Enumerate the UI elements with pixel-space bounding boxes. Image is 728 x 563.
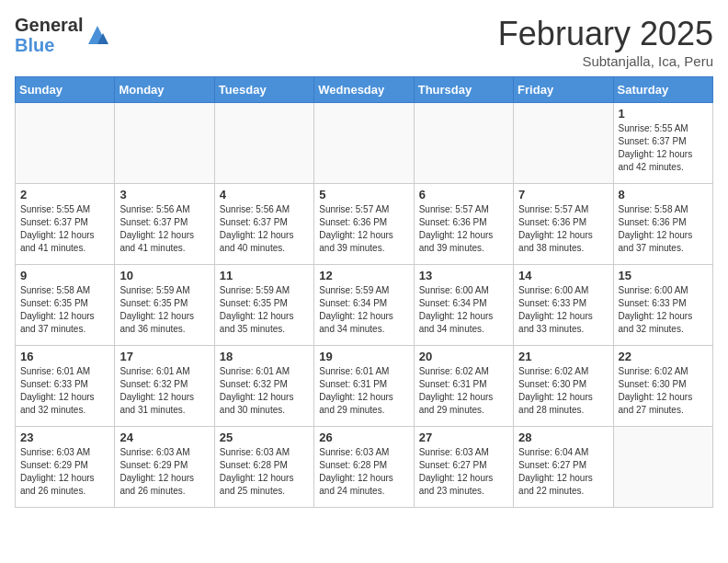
calendar-cell (514, 103, 613, 184)
calendar-week-row: 9Sunrise: 5:58 AM Sunset: 6:35 PM Daylig… (16, 265, 713, 346)
day-info: Sunrise: 6:03 AM Sunset: 6:29 PM Dayligh… (119, 446, 209, 498)
day-number: 10 (119, 269, 209, 282)
calendar-week-row: 23Sunrise: 6:03 AM Sunset: 6:29 PM Dayli… (16, 427, 713, 508)
calendar-cell: 25Sunrise: 6:03 AM Sunset: 6:28 PM Dayli… (214, 427, 313, 508)
day-number: 4 (220, 188, 309, 201)
day-number: 24 (119, 431, 209, 444)
day-number: 3 (119, 188, 209, 201)
day-number: 9 (20, 269, 109, 282)
day-info: Sunrise: 6:01 AM Sunset: 6:32 PM Dayligh… (220, 365, 309, 417)
day-number: 13 (419, 269, 508, 282)
day-info: Sunrise: 6:00 AM Sunset: 6:33 PM Dayligh… (619, 284, 708, 336)
calendar-cell: 26Sunrise: 6:03 AM Sunset: 6:28 PM Dayli… (314, 427, 414, 508)
calendar-cell: 11Sunrise: 5:59 AM Sunset: 6:35 PM Dayli… (214, 265, 313, 346)
day-info: Sunrise: 6:02 AM Sunset: 6:31 PM Dayligh… (419, 365, 508, 417)
calendar-cell: 6Sunrise: 5:57 AM Sunset: 6:36 PM Daylig… (414, 184, 513, 265)
calendar-cell: 17Sunrise: 6:01 AM Sunset: 6:32 PM Dayli… (115, 346, 214, 427)
day-info: Sunrise: 5:57 AM Sunset: 6:36 PM Dayligh… (419, 203, 508, 255)
day-info: Sunrise: 5:57 AM Sunset: 6:36 PM Dayligh… (319, 203, 408, 255)
day-number: 7 (518, 188, 608, 201)
day-info: Sunrise: 5:59 AM Sunset: 6:34 PM Dayligh… (319, 284, 408, 336)
day-number: 12 (319, 269, 408, 282)
calendar-cell: 28Sunrise: 6:04 AM Sunset: 6:27 PM Dayli… (514, 427, 613, 508)
calendar-cell: 4Sunrise: 5:56 AM Sunset: 6:37 PM Daylig… (214, 184, 313, 265)
day-info: Sunrise: 5:58 AM Sunset: 6:35 PM Dayligh… (20, 284, 109, 336)
calendar-week-row: 16Sunrise: 6:01 AM Sunset: 6:33 PM Dayli… (16, 346, 713, 427)
page-header: General Blue February 2025 Subtanjalla, … (15, 15, 713, 69)
day-info: Sunrise: 6:03 AM Sunset: 6:28 PM Dayligh… (220, 446, 309, 498)
calendar-cell (115, 103, 214, 184)
logo-icon (85, 22, 110, 48)
calendar-cell: 22Sunrise: 6:02 AM Sunset: 6:30 PM Dayli… (613, 346, 712, 427)
calendar-week-row: 1Sunrise: 5:55 AM Sunset: 6:37 PM Daylig… (16, 103, 713, 184)
calendar-cell: 14Sunrise: 6:00 AM Sunset: 6:33 PM Dayli… (514, 265, 613, 346)
day-number: 1 (619, 107, 708, 121)
day-info: Sunrise: 5:55 AM Sunset: 6:37 PM Dayligh… (619, 122, 708, 174)
day-info: Sunrise: 5:56 AM Sunset: 6:37 PM Dayligh… (119, 203, 209, 255)
day-number: 11 (220, 269, 309, 282)
calendar-cell: 12Sunrise: 5:59 AM Sunset: 6:34 PM Dayli… (314, 265, 414, 346)
day-number: 26 (319, 431, 408, 444)
day-number: 5 (319, 188, 408, 201)
day-info: Sunrise: 5:56 AM Sunset: 6:37 PM Dayligh… (220, 203, 309, 255)
day-number: 21 (518, 350, 608, 363)
weekday-header: Friday (514, 77, 613, 103)
weekday-header-row: SundayMondayTuesdayWednesdayThursdayFrid… (16, 77, 713, 103)
day-info: Sunrise: 6:01 AM Sunset: 6:31 PM Dayligh… (319, 365, 408, 417)
day-info: Sunrise: 5:59 AM Sunset: 6:35 PM Dayligh… (220, 284, 309, 336)
day-info: Sunrise: 6:03 AM Sunset: 6:28 PM Dayligh… (319, 446, 408, 498)
calendar-cell: 5Sunrise: 5:57 AM Sunset: 6:36 PM Daylig… (314, 184, 414, 265)
calendar-cell: 10Sunrise: 5:59 AM Sunset: 6:35 PM Dayli… (115, 265, 214, 346)
day-number: 18 (220, 350, 309, 363)
calendar-cell: 18Sunrise: 6:01 AM Sunset: 6:32 PM Dayli… (214, 346, 313, 427)
calendar-cell: 19Sunrise: 6:01 AM Sunset: 6:31 PM Dayli… (314, 346, 414, 427)
day-info: Sunrise: 5:59 AM Sunset: 6:35 PM Dayligh… (119, 284, 209, 336)
day-number: 2 (20, 188, 109, 201)
calendar-cell: 2Sunrise: 5:55 AM Sunset: 6:37 PM Daylig… (16, 184, 115, 265)
location-subtitle: Subtanjalla, Ica, Peru (498, 53, 713, 69)
calendar-cell: 9Sunrise: 5:58 AM Sunset: 6:35 PM Daylig… (16, 265, 115, 346)
day-info: Sunrise: 6:04 AM Sunset: 6:27 PM Dayligh… (518, 446, 608, 498)
day-number: 23 (20, 431, 109, 444)
month-title: February 2025 (498, 15, 713, 53)
logo-blue: Blue (15, 35, 83, 55)
weekday-header: Thursday (414, 77, 513, 103)
calendar-table: SundayMondayTuesdayWednesdayThursdayFrid… (15, 76, 713, 508)
day-number: 8 (619, 188, 708, 201)
weekday-header: Saturday (613, 77, 712, 103)
day-info: Sunrise: 6:02 AM Sunset: 6:30 PM Dayligh… (619, 365, 708, 417)
calendar-cell (613, 427, 712, 508)
day-number: 6 (419, 188, 508, 201)
day-number: 17 (119, 350, 209, 363)
title-block: February 2025 Subtanjalla, Ica, Peru (498, 15, 713, 69)
calendar-cell: 1Sunrise: 5:55 AM Sunset: 6:37 PM Daylig… (613, 103, 712, 184)
weekday-header: Tuesday (214, 77, 313, 103)
calendar-cell: 20Sunrise: 6:02 AM Sunset: 6:31 PM Dayli… (414, 346, 513, 427)
calendar-cell: 3Sunrise: 5:56 AM Sunset: 6:37 PM Daylig… (115, 184, 214, 265)
day-info: Sunrise: 6:01 AM Sunset: 6:32 PM Dayligh… (119, 365, 209, 417)
day-number: 20 (419, 350, 508, 363)
day-number: 25 (220, 431, 309, 444)
day-info: Sunrise: 5:57 AM Sunset: 6:36 PM Dayligh… (518, 203, 608, 255)
day-info: Sunrise: 6:03 AM Sunset: 6:29 PM Dayligh… (20, 446, 109, 498)
day-info: Sunrise: 5:55 AM Sunset: 6:37 PM Dayligh… (20, 203, 109, 255)
calendar-cell (414, 103, 513, 184)
day-number: 22 (619, 350, 708, 363)
day-info: Sunrise: 6:02 AM Sunset: 6:30 PM Dayligh… (518, 365, 608, 417)
calendar-week-row: 2Sunrise: 5:55 AM Sunset: 6:37 PM Daylig… (16, 184, 713, 265)
day-info: Sunrise: 6:00 AM Sunset: 6:33 PM Dayligh… (518, 284, 608, 336)
calendar-cell (314, 103, 414, 184)
day-info: Sunrise: 5:58 AM Sunset: 6:36 PM Dayligh… (619, 203, 708, 255)
calendar-cell: 23Sunrise: 6:03 AM Sunset: 6:29 PM Dayli… (16, 427, 115, 508)
day-info: Sunrise: 6:03 AM Sunset: 6:27 PM Dayligh… (419, 446, 508, 498)
day-info: Sunrise: 6:00 AM Sunset: 6:34 PM Dayligh… (419, 284, 508, 336)
calendar-cell: 24Sunrise: 6:03 AM Sunset: 6:29 PM Dayli… (115, 427, 214, 508)
weekday-header: Monday (115, 77, 214, 103)
calendar-cell (214, 103, 313, 184)
calendar-cell: 13Sunrise: 6:00 AM Sunset: 6:34 PM Dayli… (414, 265, 513, 346)
day-info: Sunrise: 6:01 AM Sunset: 6:33 PM Dayligh… (20, 365, 109, 417)
day-number: 16 (20, 350, 109, 363)
calendar-cell (16, 103, 115, 184)
calendar-cell: 27Sunrise: 6:03 AM Sunset: 6:27 PM Dayli… (414, 427, 513, 508)
logo: General Blue (15, 15, 110, 55)
